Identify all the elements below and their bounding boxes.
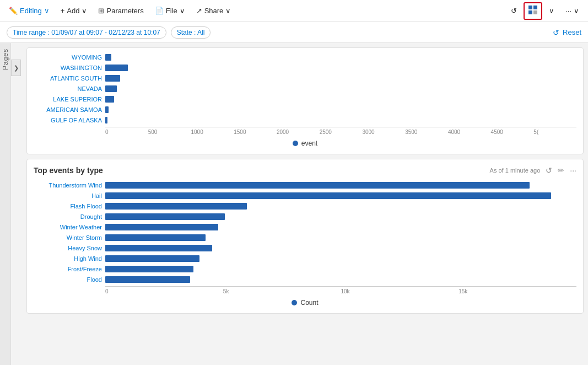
top-chart-panel: WYOMING WASHINGTON ATLANTIC SOUTH NEVADA…	[26, 47, 584, 154]
parameters-button[interactable]: ⊞ Parameters	[94, 4, 148, 17]
bottom-bar-label: Hail	[34, 192, 105, 199]
bottom-bar-row: Thunderstorm Wind	[34, 180, 576, 190]
top-x-tick: 0	[105, 129, 148, 135]
top-bar-track	[105, 54, 576, 61]
bottom-bar-label: Winter Storm	[34, 234, 105, 241]
top-x-axis: 0500100015002000250030003500400045005(	[105, 127, 576, 135]
bottom-chart-refresh-icon[interactable]: ↺	[546, 166, 552, 175]
bottom-bar-row: Flash Flood	[34, 201, 576, 211]
parameters-icon: ⊞	[98, 7, 104, 15]
undo-button[interactable]: ↺	[506, 4, 521, 17]
file-button[interactable]: 📄 File ∨	[150, 4, 190, 17]
bottom-bar-row: High Wind	[34, 254, 576, 264]
bottom-chart-meta: As of 1 minute ago	[490, 167, 541, 174]
top-bar-track	[105, 117, 576, 124]
parameters-label: Parameters	[106, 7, 143, 15]
bottom-bar-fill	[105, 245, 212, 251]
chevron-right-icon: ❯	[14, 65, 19, 72]
top-bar-fill	[105, 117, 107, 124]
bottom-bar-track	[105, 224, 576, 230]
bottom-legend-dot	[292, 300, 297, 305]
toolbar: ✏️ Editing ∨ + Add ∨ ⊞ Parameters 📄 File…	[0, 0, 588, 22]
share-chevron-icon: ∨	[225, 7, 231, 15]
add-label: Add	[67, 7, 79, 15]
share-label: Share	[204, 7, 224, 15]
share-button[interactable]: ↗ Share ∨	[192, 4, 236, 17]
time-range-label: Time range : 01/09/07 at 09:07 - 02/12/2…	[13, 29, 160, 36]
file-chevron-icon: ∨	[180, 7, 185, 15]
editing-button[interactable]: ✏️ Editing ∨	[4, 4, 54, 17]
bottom-chart-edit-icon[interactable]: ✏	[558, 166, 564, 175]
top-x-tick: 500	[148, 129, 191, 135]
top-bar-fill	[105, 75, 120, 82]
save-button[interactable]	[524, 2, 542, 20]
top-bar-row: ATLANTIC SOUTH	[34, 73, 576, 83]
bottom-chart-legend: Count	[34, 299, 576, 307]
bottom-chart-header: Top events by type As of 1 minute ago ↺ …	[34, 166, 576, 175]
file-icon: 📄	[155, 7, 164, 15]
reset-area: ↺ Reset	[553, 28, 581, 37]
top-bar-row: AMERICAN SAMOA	[34, 105, 576, 115]
top-bar-track	[105, 96, 576, 103]
time-range-filter[interactable]: Time range : 01/09/07 at 09:07 - 02/12/2…	[7, 26, 166, 39]
svg-rect-3	[533, 10, 537, 14]
bottom-bar-label: Flash Flood	[34, 203, 105, 210]
editing-chevron-icon: ∨	[44, 7, 50, 15]
top-bar-fill	[105, 106, 109, 113]
pages-label: Pages	[2, 49, 9, 70]
top-bar-track	[105, 106, 576, 113]
top-x-tick: 4500	[491, 129, 534, 135]
pages-sidebar[interactable]: Pages	[0, 43, 11, 365]
editing-label: Editing	[20, 7, 42, 15]
bottom-x-tick: 10k	[341, 288, 459, 294]
reset-label[interactable]: Reset	[563, 28, 581, 36]
add-chevron-icon: ∨	[82, 7, 87, 15]
bottom-bar-label: Thunderstorm Wind	[34, 182, 105, 189]
bottom-bar-row: Frost/Freeze	[34, 264, 576, 274]
reset-icon: ↺	[553, 28, 559, 37]
state-filter[interactable]: State : All	[171, 26, 211, 39]
top-bar-label: WASHINGTON	[34, 65, 105, 71]
bottom-bar-fill	[105, 182, 530, 189]
bottom-chart-more-icon[interactable]: ···	[570, 166, 576, 175]
svg-rect-2	[528, 10, 532, 14]
top-x-tick: 1000	[191, 129, 234, 135]
save-icon	[528, 5, 538, 17]
top-x-tick: 4000	[448, 129, 491, 135]
top-x-tick: 2500	[320, 129, 363, 135]
bottom-bar-row: Drought	[34, 212, 576, 222]
bottom-bar-track	[105, 245, 576, 251]
bottom-bar-row: Hail	[34, 191, 576, 201]
bottom-bar-fill	[105, 234, 206, 241]
sidebar-collapse-button[interactable]: ❯	[11, 60, 21, 76]
bottom-bar-row: Heavy Snow	[34, 243, 576, 253]
bottom-x-axis: 05k10k15k	[105, 286, 576, 294]
bottom-bar-track	[105, 203, 576, 210]
top-bar-row: GULF OF ALASKA	[34, 115, 576, 125]
bottom-bar-track	[105, 276, 576, 283]
top-x-tick: 3500	[405, 129, 448, 135]
top-bar-row: WASHINGTON	[34, 63, 576, 73]
bottom-x-tick: 5k	[223, 288, 341, 294]
more-button[interactable]: ··· ∨	[561, 4, 584, 17]
top-bar-chart: WYOMING WASHINGTON ATLANTIC SOUTH NEVADA…	[34, 52, 576, 126]
bottom-chart-title: Top events by type	[34, 166, 484, 175]
chevron-down-icon: ∨	[549, 7, 554, 15]
filter-bar: Time range : 01/09/07 at 09:07 - 02/12/2…	[0, 22, 588, 43]
bottom-bar-row: Winter Storm	[34, 233, 576, 243]
toolbar-right: ↺ ∨ ··· ∨	[506, 2, 584, 20]
top-bar-label: NEVADA	[34, 85, 105, 92]
top-bar-fill	[105, 65, 128, 71]
state-label: State : All	[177, 29, 205, 36]
add-button[interactable]: + Add ∨	[56, 4, 92, 17]
top-bar-label: GULF OF ALASKA	[34, 117, 105, 124]
top-legend-dot	[293, 141, 298, 146]
file-label: File	[166, 7, 177, 15]
top-chart-legend: event	[34, 139, 576, 147]
bottom-bar-track	[105, 213, 576, 220]
chevron-down-button[interactable]: ∨	[544, 4, 559, 17]
undo-icon: ↺	[511, 7, 517, 15]
more-chevron-icon: ∨	[574, 7, 579, 15]
svg-rect-0	[528, 6, 532, 9]
bottom-bar-fill	[105, 255, 199, 262]
